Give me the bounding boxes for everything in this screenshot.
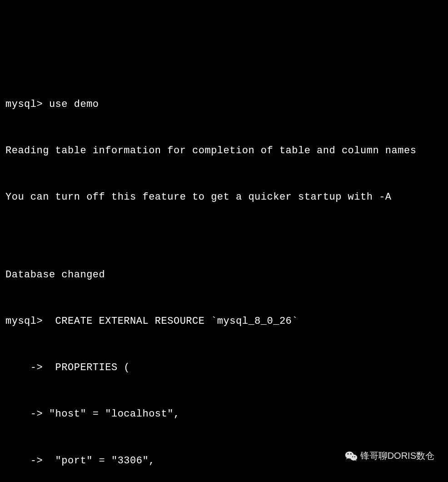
svg-point-3 [350, 453, 351, 454]
terminal-line: You can turn off this feature to get a q… [5, 190, 443, 205]
terminal-line: Reading table information for completion… [5, 143, 443, 159]
terminal-line: -> PROPERTIES ( [5, 360, 443, 376]
terminal-line: mysql> use demo [5, 97, 443, 112]
terminal-line: Database changed [5, 267, 443, 283]
terminal-line: mysql> CREATE EXTERNAL RESOURCE `mysql_8… [5, 314, 443, 329]
watermark-text: 锋哥聊DORIS数仓 [360, 449, 434, 463]
terminal-output[interactable]: mysql> use demo Reading table informatio… [5, 65, 443, 482]
svg-point-5 [354, 456, 355, 457]
watermark: 锋哥聊DORIS数仓 [345, 449, 434, 463]
wechat-icon [345, 451, 358, 462]
terminal-line: -> "host" = "localhost", [5, 407, 443, 422]
svg-point-4 [352, 456, 353, 457]
svg-point-2 [347, 453, 348, 454]
svg-point-1 [350, 454, 357, 460]
